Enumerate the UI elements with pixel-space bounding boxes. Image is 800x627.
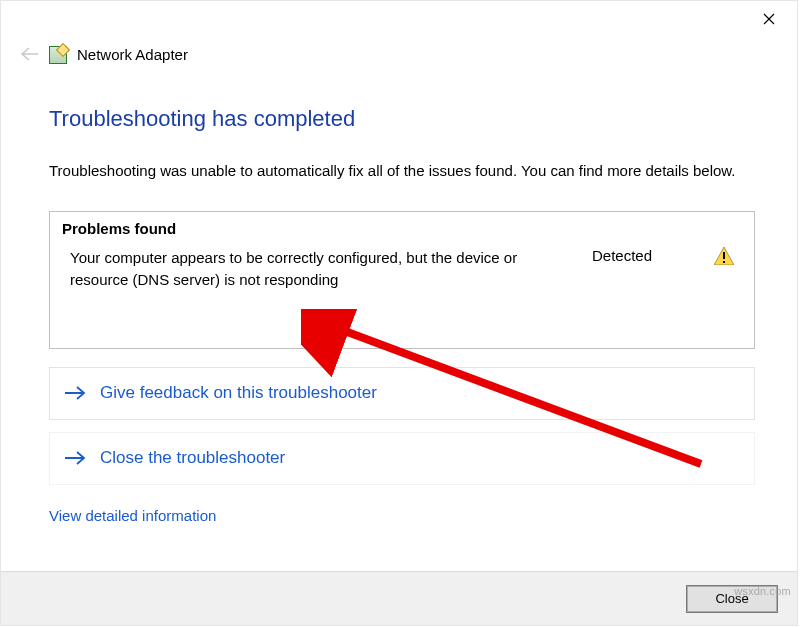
- content: Troubleshooting has completed Troublesho…: [1, 66, 797, 524]
- feedback-link[interactable]: Give feedback on this troubleshooter: [49, 367, 755, 420]
- watermark: wsxdn.com: [734, 585, 791, 597]
- back-icon[interactable]: [19, 43, 39, 66]
- issue-description: Your computer appears to be correctly co…: [62, 247, 572, 292]
- window-title: Network Adapter: [77, 46, 188, 63]
- titlebar: [1, 1, 797, 31]
- svg-rect-1: [723, 252, 725, 259]
- view-details-link[interactable]: View detailed information: [49, 507, 216, 524]
- close-troubleshooter-label: Close the troubleshooter: [100, 448, 285, 468]
- network-adapter-icon: [49, 46, 67, 64]
- problems-title: Problems found: [62, 220, 742, 237]
- arrow-right-icon: [64, 382, 86, 405]
- page-heading: Troubleshooting has completed: [49, 106, 755, 132]
- feedback-link-label: Give feedback on this troubleshooter: [100, 383, 377, 403]
- footer: Close: [1, 571, 797, 625]
- close-icon[interactable]: [755, 9, 783, 29]
- page-subtext: Troubleshooting was unable to automatica…: [49, 160, 755, 183]
- close-troubleshooter-link[interactable]: Close the troubleshooter: [49, 432, 755, 485]
- problems-panel: Problems found Your computer appears to …: [49, 211, 755, 349]
- issue-row: Your computer appears to be correctly co…: [62, 247, 742, 292]
- arrow-right-icon: [64, 447, 86, 470]
- warning-icon: [712, 247, 734, 265]
- troubleshooter-window: Network Adapter Troubleshooting has comp…: [0, 0, 798, 626]
- issue-status: Detected: [592, 247, 692, 264]
- header: Network Adapter: [1, 31, 797, 66]
- svg-rect-2: [723, 261, 725, 263]
